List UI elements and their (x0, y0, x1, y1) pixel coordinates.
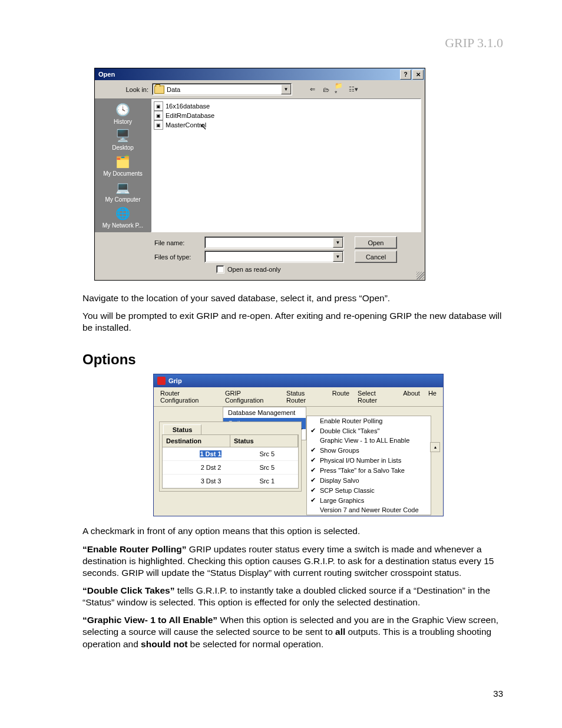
menu-route[interactable]: Route (328, 388, 353, 405)
option-item[interactable]: ✔Double Click "Takes" (307, 426, 431, 436)
filename-label: File name: (154, 239, 204, 246)
checkmark-icon: ✔ (309, 486, 316, 494)
places-bar: 🕓History 🖥️Desktop 🗂️My Documents 💻My Co… (95, 98, 151, 232)
table-row[interactable]: 2 Dst 2Src 5 (163, 461, 298, 475)
menu-about[interactable]: About (399, 388, 424, 405)
options-heading: Options (82, 351, 503, 368)
option-item[interactable]: ✔SCP Setup Classic (307, 485, 431, 495)
close-button[interactable]: ✕ (412, 70, 424, 80)
open-title: Open (98, 71, 115, 78)
table-row[interactable]: 3 Dst 3Src 1 (163, 475, 298, 488)
help-button[interactable]: ? (400, 70, 411, 80)
scroll-up-icon[interactable]: ▴ (430, 442, 440, 452)
open-button[interactable]: Open (355, 236, 397, 249)
resize-grip-icon[interactable] (416, 272, 424, 279)
menu-help[interactable]: He (424, 388, 441, 405)
status-grid: Destination Status 1 Dst 1Src 52 Dst 2Sr… (162, 434, 299, 489)
grip-titlebar: Grip (154, 374, 443, 387)
lookin-value: Data (167, 86, 180, 93)
readonly-checkbox[interactable] (216, 265, 224, 274)
option-item[interactable]: ✔Display Salvo (307, 475, 431, 485)
checkmark-icon: ✔ (309, 466, 316, 474)
option-item[interactable]: Graphic View - 1 to ALL Enable (307, 436, 431, 445)
checkmark-icon: ✔ (309, 427, 316, 434)
menu-select-router[interactable]: Select Router (353, 388, 399, 405)
chevron-down-icon[interactable]: ▼ (333, 238, 343, 248)
option-item[interactable]: ✔Large Graphics (307, 495, 431, 505)
grip-app-icon (157, 377, 166, 385)
place-mydocs[interactable]: 🗂️My Documents (103, 154, 143, 177)
place-network[interactable]: 🌐My Network P... (103, 206, 143, 229)
chevron-down-icon[interactable]: ▼ (281, 84, 291, 94)
status-panel: Status Destination Status 1 Dst 1Src 52 … (159, 421, 302, 492)
cancel-button[interactable]: Cancel (355, 251, 397, 263)
filetype-select[interactable]: ▼ (204, 251, 344, 263)
status-tab[interactable]: Status (163, 424, 201, 434)
new-folder-icon[interactable]: 📁* (335, 84, 345, 94)
filename-input[interactable]: ▼ (204, 236, 344, 249)
place-history[interactable]: 🕓History (114, 102, 132, 125)
list-item[interactable]: ▣EditRmDatabase (154, 111, 418, 120)
paragraph: “Enable Router Polling” GRIP updates rou… (82, 543, 503, 579)
file-icon: ▣ (154, 111, 163, 120)
file-list[interactable]: ▣16x16database ▣EditRmDatabase ▣MasterCo… (151, 98, 421, 232)
table-row[interactable]: 1 Dst 1Src 5 (163, 447, 298, 461)
filetype-label: Files of type: (154, 253, 204, 261)
doc-header: GRIP 3.1.0 (445, 35, 503, 51)
options-submenu: Enable Router Polling✔Double Click "Take… (306, 416, 431, 515)
file-icon: ▣ (154, 120, 163, 130)
menu-router-config[interactable]: Router Configuration (156, 388, 221, 405)
paragraph: Navigate to the location of your saved d… (82, 292, 503, 304)
checkmark-icon: ✔ (309, 496, 316, 504)
col-destination: Destination (163, 435, 230, 447)
paragraph: A checkmark in front of any option means… (82, 525, 503, 537)
menu-grip-config[interactable]: GRIP Configuration (221, 388, 282, 405)
option-item[interactable]: Enable Router Polling (307, 416, 431, 426)
back-icon[interactable]: ⇐ (308, 84, 318, 94)
file-icon: ▣ (154, 101, 163, 111)
list-item[interactable]: ▣16x16database (154, 101, 418, 111)
option-item[interactable]: ✔Physical I/O Number in Lists (307, 455, 431, 465)
checkmark-icon: ✔ (309, 456, 316, 464)
option-item[interactable]: ✔Press "Take" for a Salvo Take (307, 465, 431, 475)
paragraph: You will be prompted to exit GRIP and re… (82, 310, 503, 334)
readonly-label: Open as read-only (227, 266, 281, 273)
chevron-down-icon[interactable]: ▼ (333, 252, 343, 262)
menu-db-mgmt[interactable]: Database Management (223, 407, 306, 418)
open-titlebar: Open ? ✕ (95, 68, 425, 80)
menubar: Router Configuration GRIP Configuration … (154, 387, 443, 407)
place-mycomputer[interactable]: 💻My Computer (105, 180, 140, 203)
paragraph: “Double Click Takes” tells G.R.I.P. to i… (82, 585, 503, 608)
grip-title: Grip (168, 377, 182, 384)
list-item[interactable]: ▣MasterControl (154, 120, 418, 130)
page-number: 33 (493, 689, 503, 699)
grip-window: Grip Router Configuration GRIP Configura… (153, 374, 444, 516)
checkmark-icon: ✔ (309, 476, 316, 484)
lookin-label: Look in: (98, 86, 148, 93)
option-item[interactable]: Version 7 and Newer Router Code (307, 505, 431, 515)
up-folder-icon[interactable]: 🗁 (321, 84, 331, 94)
col-status: Status (230, 435, 298, 447)
folder-icon (154, 85, 164, 94)
lookin-combo[interactable]: Data ▼ (152, 83, 292, 95)
views-icon[interactable]: ☷▾ (348, 84, 358, 94)
option-item[interactable]: ✔Show Groups (307, 445, 431, 455)
place-desktop[interactable]: 🖥️Desktop (112, 128, 134, 151)
menu-status-router[interactable]: Status Router (282, 388, 328, 405)
checkmark-icon: ✔ (309, 446, 316, 454)
paragraph: “Graphic View- 1 to All Enable” When thi… (82, 614, 503, 650)
open-dialog: Open ? ✕ Look in: Data ▼ ⇐ 🗁 📁* ☷▾ 🕓Hist… (94, 68, 425, 281)
